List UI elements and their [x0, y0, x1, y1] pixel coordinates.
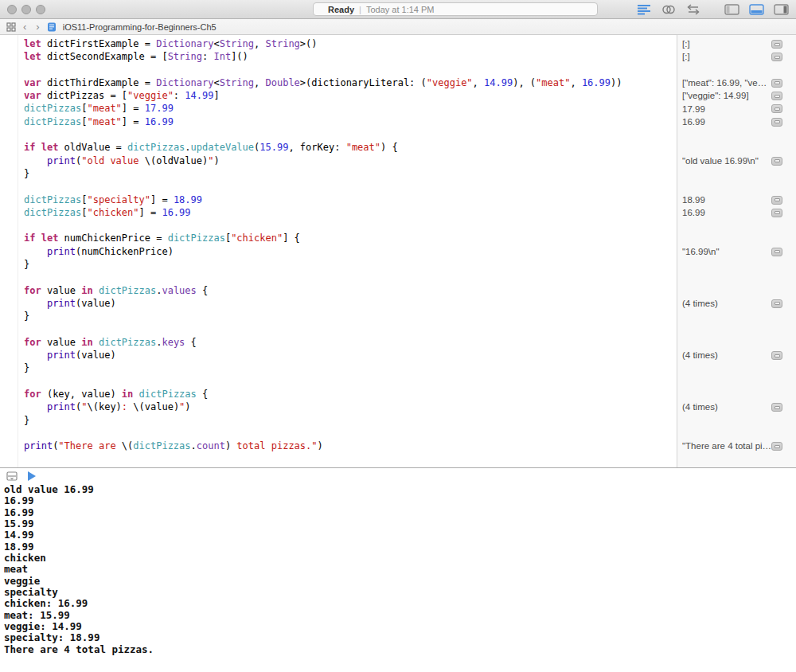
- code-token: (value): [76, 350, 116, 361]
- navigator-panel-toggle-icon[interactable]: [723, 2, 740, 16]
- code-token: (numChickenPrice): [76, 246, 174, 257]
- show-result-button[interactable]: [771, 40, 782, 49]
- code-line[interactable]: print("\(key): \(value)"): [0, 400, 677, 413]
- code-line[interactable]: [0, 180, 677, 193]
- jump-bar: ‹ › iOS11-Programming-for-Beginners-Ch5: [0, 19, 796, 35]
- code-token: )): [611, 77, 622, 88]
- code-token: 16.99: [145, 116, 174, 127]
- code-token: 17.99: [145, 103, 174, 114]
- zoom-button[interactable]: [36, 5, 45, 14]
- code-line[interactable]: if let oldValue = dictPizzas.updateValue…: [0, 141, 677, 154]
- code-token: .: [185, 142, 190, 153]
- code-line[interactable]: let dictSecondExample = [String: Int](): [0, 50, 677, 63]
- show-result-button[interactable]: [771, 209, 782, 217]
- show-result-button[interactable]: [771, 157, 782, 166]
- code-token: [93, 337, 99, 348]
- console-line: specialty: [4, 587, 796, 598]
- show-result-button[interactable]: [771, 79, 782, 88]
- jumpbar-filename[interactable]: iOS11-Programming-for-Beginners-Ch5: [63, 22, 217, 32]
- result-row: [677, 414, 796, 427]
- close-button[interactable]: [7, 5, 17, 14]
- code-token: dictPizzas: [133, 440, 190, 451]
- code-token: var: [24, 90, 41, 101]
- version-editor-icon[interactable]: [685, 2, 702, 16]
- title-bar: Ready | Today at 1:14 PM: [0, 0, 796, 19]
- code-line[interactable]: dictPizzas["specialty"] = 18.99: [0, 193, 677, 206]
- code-token: "old value: [81, 155, 144, 166]
- code-token: in: [81, 285, 92, 296]
- console-toolbar: [0, 468, 796, 484]
- related-items-icon[interactable]: [6, 22, 16, 32]
- code-token: ": [81, 401, 87, 412]
- run-playground-button[interactable]: [28, 471, 36, 481]
- code-token: dictPizzas: [139, 389, 197, 400]
- show-result-button[interactable]: [771, 442, 782, 451]
- code-line[interactable]: }: [0, 258, 677, 271]
- code-line[interactable]: [0, 323, 677, 336]
- code-line[interactable]: dictPizzas["meat"] = 16.99: [0, 115, 677, 128]
- code-line[interactable]: print("old value \(oldValue)"): [0, 154, 677, 167]
- code-line[interactable]: [0, 427, 677, 440]
- result-row: ["meat": 16.99, "ve…: [677, 76, 796, 89]
- show-result-button[interactable]: [771, 196, 782, 205]
- code-token: ), (: [513, 77, 536, 88]
- code-line[interactable]: [0, 64, 677, 76]
- code-line[interactable]: print(value): [0, 297, 677, 310]
- result-row: [677, 388, 796, 400]
- code-line[interactable]: [0, 219, 677, 232]
- code-line[interactable]: [0, 271, 677, 283]
- code-token: for: [24, 285, 41, 296]
- show-result-button[interactable]: [771, 92, 782, 100]
- code-line[interactable]: }: [0, 414, 677, 427]
- show-result-button[interactable]: [771, 104, 782, 113]
- code-line[interactable]: let dictFirstExample = Dictionary<String…: [0, 37, 677, 50]
- code-line[interactable]: }: [0, 361, 677, 374]
- code-token: >(dictionaryLiteral: (: [300, 77, 427, 88]
- code-line[interactable]: if let numChickenPrice = dictPizzas["chi…: [0, 232, 677, 244]
- result-row: [677, 128, 796, 141]
- code-line[interactable]: }: [0, 310, 677, 322]
- back-button[interactable]: ‹: [21, 21, 29, 33]
- show-result-button[interactable]: [771, 299, 782, 308]
- show-result-button[interactable]: [771, 53, 782, 61]
- code-token: dictPizzas = [: [41, 90, 127, 101]
- code-token: Int: [213, 51, 231, 62]
- assistant-editor-icon[interactable]: [660, 2, 677, 16]
- code-token: if: [24, 232, 35, 244]
- minimize-button[interactable]: [21, 5, 31, 14]
- code-pane[interactable]: let dictFirstExample = Dictionary<String…: [0, 35, 677, 467]
- show-result-button[interactable]: [771, 403, 782, 412]
- code-line[interactable]: var dictPizzas = ["veggie": 14.99]: [0, 89, 677, 102]
- show-result-button[interactable]: [771, 248, 782, 256]
- code-line[interactable]: dictPizzas["meat"] = 17.99: [0, 102, 677, 115]
- console-line: 16.99: [4, 507, 796, 518]
- code-line[interactable]: [0, 375, 677, 388]
- console-pane-icon[interactable]: [6, 471, 18, 481]
- code-line[interactable]: for value in dictPizzas.values {: [0, 284, 677, 297]
- code-token: 16.99: [582, 77, 611, 88]
- code-token: "meat": [346, 142, 380, 153]
- code-line[interactable]: var dictThirdExample = Dictionary<String…: [0, 76, 677, 89]
- standard-editor-icon[interactable]: [635, 2, 653, 16]
- code-line[interactable]: [0, 128, 677, 141]
- code-token: \(: [122, 440, 133, 451]
- code-line[interactable]: print(numChickenPrice): [0, 245, 677, 258]
- debug-panel-toggle-icon[interactable]: [747, 2, 765, 16]
- code-line[interactable]: print("There are \(dictPizzas.count) tot…: [0, 440, 677, 452]
- code-token: dictPizzas: [99, 337, 156, 348]
- show-result-button[interactable]: [771, 118, 782, 127]
- inspector-panel-toggle-icon[interactable]: [772, 2, 790, 16]
- code-line[interactable]: dictPizzas["chicken"] = 16.99: [0, 206, 677, 219]
- code-token: Double: [265, 77, 299, 88]
- status-ready-label: Ready: [328, 5, 354, 14]
- code-token: , forKey:: [288, 142, 345, 153]
- code-token: ): [185, 401, 190, 412]
- console-line: veggie: [4, 576, 796, 587]
- show-result-button[interactable]: [771, 351, 782, 360]
- code-token: var: [24, 77, 41, 88]
- code-line[interactable]: for value in dictPizzas.keys {: [0, 336, 677, 349]
- forward-button[interactable]: ›: [33, 21, 41, 33]
- code-line[interactable]: }: [0, 167, 677, 180]
- code-line[interactable]: print(value): [0, 349, 677, 361]
- code-line[interactable]: for (key, value) in dictPizzas {: [0, 388, 677, 400]
